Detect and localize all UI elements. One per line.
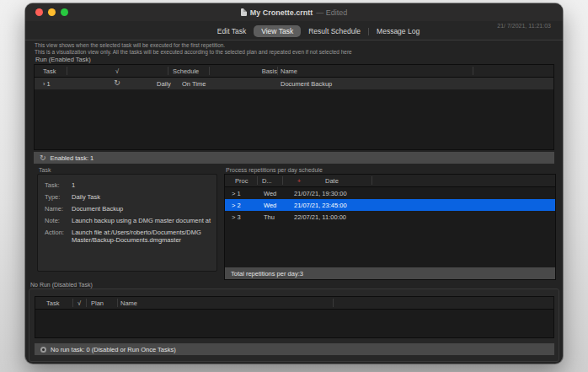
disabled-circle-icon <box>40 347 46 353</box>
norun-header-plan[interactable]: Plan <box>91 299 104 307</box>
repetition-row-selected[interactable]: > 2 Wed 21/07/21, 23:45:00 <box>225 199 555 211</box>
rep-proc: > 3 <box>232 213 241 221</box>
repeat-icon: ↻ <box>40 154 46 162</box>
run-table-header[interactable]: Task √ Schedule Basis Name <box>35 65 553 78</box>
field-value: 1 <box>72 181 213 189</box>
tab-result-schedule[interactable]: Result Schedule <box>301 25 368 37</box>
tab-bar: Edit Task View Task Result Schedule Mess… <box>50 25 563 37</box>
window-title: My Cronette.crntt — Edited <box>25 3 563 21</box>
field-label: Note: <box>45 217 72 224</box>
task-panel-title: Task <box>39 167 51 173</box>
rep-header-sort[interactable]: + <box>282 177 316 185</box>
repetitions-table-header[interactable]: Proc D... + Date <box>225 175 555 187</box>
repetitions-table[interactable]: Proc D... + Date > 1 Wed 21/07/21, 19:30… <box>224 174 556 280</box>
field-label: Task: <box>45 181 72 189</box>
enabled-task-count: Enabled task: 1 <box>51 154 94 162</box>
repetitions-total-bar: Total repetitions per day:3 <box>225 267 555 279</box>
run-task-row[interactable]: › 1 ↻ Daily On Time Document Backup <box>35 78 553 89</box>
task-detail-panel: Task: 1 Type: Daily Task Name: Document … <box>37 174 217 272</box>
rep-header-date[interactable]: Date <box>325 177 339 185</box>
rep-day: Wed <box>264 202 276 209</box>
norun-header-name[interactable]: Name <box>120 299 137 307</box>
norun-header-task[interactable]: Task <box>46 299 59 307</box>
titlebar[interactable]: My Cronette.crntt — Edited <box>25 3 563 21</box>
rep-header-proc[interactable]: Proc <box>235 177 248 185</box>
run-header-task[interactable]: Task <box>43 67 56 75</box>
rep-date: 21/07/21, 19:30:00 <box>294 190 347 197</box>
rep-day: Wed <box>264 190 276 197</box>
field-label: Action: <box>45 229 72 244</box>
enabled-task-statusbar: ↻ Enabled task: 1 <box>34 152 554 164</box>
run-task-table[interactable]: Task √ Schedule Basis Name › 1 ↻ Daily O… <box>34 64 554 150</box>
repetition-row[interactable]: > 3 Thu 22/07/21, 11:00:00 <box>225 211 555 223</box>
rep-proc: > 2 <box>232 202 241 209</box>
task-field: Note: Launch backup using a DMG master d… <box>45 217 216 224</box>
desktop: { "window": { "title": "My Cronette.crnt… <box>0 0 588 372</box>
toolbar-divider <box>25 40 563 40</box>
run-section-title: Run (Enabled Task) <box>35 56 91 63</box>
task-field: Type: Daily Task <box>45 193 216 201</box>
column-divider <box>72 299 73 307</box>
tab-view-task[interactable]: View Task <box>254 25 301 37</box>
norun-task-count: No run task: 0 (Disabled or Run Once Tas… <box>51 346 176 353</box>
column-divider <box>86 299 87 307</box>
window-title-text: My Cronette.crntt <box>250 8 313 17</box>
norun-section-title: No Run (Disabled Task) <box>30 282 93 288</box>
description-line2: This is a visualization view only. All t… <box>35 49 352 56</box>
toolbar: 21/ 7/2021, 11:21:03 Edit Task View Task… <box>25 21 563 40</box>
norun-table-header[interactable]: Task √ Plan Name <box>35 297 553 310</box>
tab-message-log[interactable]: Message Log <box>369 25 427 37</box>
task-field: Action: Launch file at:/Users/roberto/Do… <box>45 229 216 244</box>
norun-table[interactable]: Task √ Plan Name <box>35 296 554 338</box>
tab-edit-task[interactable]: Edit Task <box>210 25 254 37</box>
repetitions-panel-title: Process repetitions per day schedule <box>226 167 323 173</box>
run-header-basis[interactable]: Basis <box>179 67 277 75</box>
repeat-icon: ↻ <box>67 79 168 87</box>
rep-day: Thu <box>264 213 275 221</box>
rep-date: 21/07/21, 23:45:00 <box>294 202 347 209</box>
column-divider <box>168 67 168 75</box>
field-label: Name: <box>45 205 72 213</box>
field-value: Document Backup <box>72 205 213 213</box>
task-field: Name: Document Backup <box>45 205 216 213</box>
field-label: Type: <box>45 193 72 201</box>
repetitions-total: Total repetitions per day:3 <box>231 270 303 278</box>
column-divider <box>372 176 372 185</box>
field-value: Launch backup using a DMG master documen… <box>72 217 213 224</box>
app-window: My Cronette.crntt — Edited 21/ 7/2021, 1… <box>25 3 563 364</box>
column-divider <box>257 176 258 185</box>
column-divider <box>333 299 334 307</box>
rep-header-day[interactable]: D... <box>262 177 272 185</box>
run-row-schedule: Daily <box>157 80 171 88</box>
run-row-task: › 1 <box>43 80 51 88</box>
run-header-name[interactable]: Name <box>281 67 297 75</box>
window-title-edited: — Edited <box>316 8 347 17</box>
run-row-basis: On Time <box>182 80 206 88</box>
norun-section-panel: Task √ Plan Name No run task: 0 (Disable… <box>29 288 559 362</box>
column-divider <box>117 299 118 307</box>
task-field: Task: 1 <box>45 181 216 189</box>
rep-date: 22/07/21, 11:00:00 <box>294 213 346 221</box>
view-description: This view shows when the selected task w… <box>35 42 352 55</box>
description-line1: This view shows when the selected task w… <box>35 42 352 49</box>
column-divider <box>473 67 473 75</box>
repetition-row[interactable]: > 1 Wed 21/07/21, 19:30:00 <box>225 187 555 199</box>
norun-header-check[interactable]: √ <box>78 299 81 307</box>
column-divider <box>277 67 278 75</box>
rep-proc: > 1 <box>232 190 241 197</box>
norun-statusbar: No run task: 0 (Disabled or Run Once Tas… <box>35 343 554 355</box>
run-row-name: Document Backup <box>281 80 332 88</box>
run-header-check[interactable]: √ <box>67 67 168 75</box>
document-icon <box>241 8 247 16</box>
field-value: Launch file at:/Users/roberto/Documents/… <box>72 229 213 244</box>
field-value: Daily Task <box>72 193 213 201</box>
